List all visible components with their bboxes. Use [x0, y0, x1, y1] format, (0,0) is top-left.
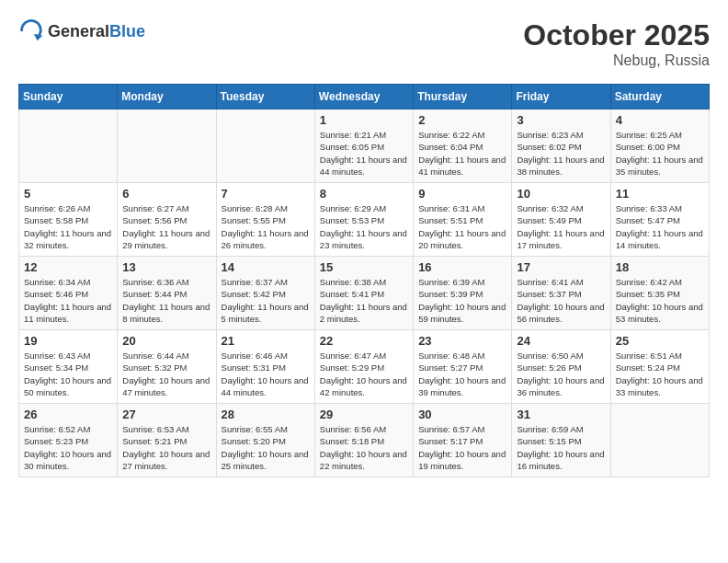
calendar-header: SundayMondayTuesdayWednesdayThursdayFrid…: [19, 85, 710, 109]
day-number: 19: [24, 334, 112, 348]
week-row-4: 19Sunrise: 6:43 AM Sunset: 5:34 PM Dayli…: [19, 330, 710, 404]
day-number: 4: [616, 113, 704, 127]
calendar-cell: 11Sunrise: 6:33 AM Sunset: 5:47 PM Dayli…: [610, 183, 709, 257]
svg-marker-0: [34, 34, 42, 40]
calendar-cell: 22Sunrise: 6:47 AM Sunset: 5:29 PM Dayli…: [314, 330, 413, 404]
calendar-cell: 9Sunrise: 6:31 AM Sunset: 5:51 PM Daylig…: [414, 183, 512, 257]
calendar-cell: 21Sunrise: 6:46 AM Sunset: 5:31 PM Dayli…: [216, 330, 314, 404]
cell-info: Sunrise: 6:39 AM Sunset: 5:39 PM Dayligh…: [418, 276, 506, 325]
logo: General Blue: [18, 18, 145, 44]
day-number: 8: [320, 187, 408, 201]
calendar-cell: 31Sunrise: 6:59 AM Sunset: 5:15 PM Dayli…: [512, 404, 610, 477]
header-tuesday: Tuesday: [216, 85, 314, 109]
cell-info: Sunrise: 6:31 AM Sunset: 5:51 PM Dayligh…: [418, 202, 506, 251]
logo-general-text: General: [48, 22, 109, 41]
page-header: General Blue October 2025 Nebug, Russia: [18, 18, 710, 69]
cell-info: Sunrise: 6:29 AM Sunset: 5:53 PM Dayligh…: [320, 202, 408, 251]
week-row-3: 12Sunrise: 6:34 AM Sunset: 5:46 PM Dayli…: [19, 257, 710, 330]
calendar-cell: 7Sunrise: 6:28 AM Sunset: 5:55 PM Daylig…: [216, 183, 314, 257]
day-number: 12: [24, 260, 112, 274]
day-number: 3: [517, 113, 605, 127]
week-row-2: 5Sunrise: 6:26 AM Sunset: 5:58 PM Daylig…: [19, 183, 710, 257]
calendar-cell: 24Sunrise: 6:50 AM Sunset: 5:26 PM Dayli…: [512, 330, 610, 404]
day-number: 20: [122, 334, 210, 348]
day-number: 27: [122, 408, 210, 421]
header-thursday: Thursday: [414, 85, 512, 109]
cell-info: Sunrise: 6:36 AM Sunset: 5:44 PM Dayligh…: [122, 276, 210, 325]
calendar-cell: 8Sunrise: 6:29 AM Sunset: 5:53 PM Daylig…: [314, 183, 413, 257]
week-row-5: 26Sunrise: 6:52 AM Sunset: 5:23 PM Dayli…: [19, 404, 710, 477]
cell-info: Sunrise: 6:59 AM Sunset: 5:15 PM Dayligh…: [517, 423, 605, 472]
cell-info: Sunrise: 6:51 AM Sunset: 5:24 PM Dayligh…: [616, 350, 704, 398]
calendar-cell: 25Sunrise: 6:51 AM Sunset: 5:24 PM Dayli…: [610, 330, 709, 404]
calendar-cell: 26Sunrise: 6:52 AM Sunset: 5:23 PM Dayli…: [19, 404, 118, 477]
calendar-cell: 3Sunrise: 6:23 AM Sunset: 6:02 PM Daylig…: [512, 109, 610, 183]
logo-icon: [18, 18, 44, 44]
calendar-cell: 17Sunrise: 6:41 AM Sunset: 5:37 PM Dayli…: [512, 257, 610, 330]
logo-blue-text: Blue: [109, 22, 145, 41]
day-number: 24: [517, 334, 605, 348]
cell-info: Sunrise: 6:55 AM Sunset: 5:20 PM Dayligh…: [222, 423, 310, 472]
calendar-cell: 13Sunrise: 6:36 AM Sunset: 5:44 PM Dayli…: [118, 257, 216, 330]
calendar-cell: 19Sunrise: 6:43 AM Sunset: 5:34 PM Dayli…: [19, 330, 118, 404]
day-number: 7: [222, 187, 310, 201]
day-number: 25: [616, 334, 704, 348]
calendar-cell: 12Sunrise: 6:34 AM Sunset: 5:46 PM Dayli…: [19, 257, 118, 330]
calendar-cell: 4Sunrise: 6:25 AM Sunset: 6:00 PM Daylig…: [610, 109, 709, 183]
day-number: 13: [122, 260, 210, 274]
cell-info: Sunrise: 6:56 AM Sunset: 5:18 PM Dayligh…: [320, 423, 408, 472]
day-number: 15: [320, 260, 408, 274]
calendar-cell: 2Sunrise: 6:22 AM Sunset: 6:04 PM Daylig…: [414, 109, 512, 183]
calendar-cell: [118, 109, 216, 183]
calendar-cell: 5Sunrise: 6:26 AM Sunset: 5:58 PM Daylig…: [19, 183, 118, 257]
cell-info: Sunrise: 6:32 AM Sunset: 5:49 PM Dayligh…: [517, 202, 605, 251]
day-number: 9: [418, 187, 506, 201]
cell-info: Sunrise: 6:41 AM Sunset: 5:37 PM Dayligh…: [517, 276, 605, 325]
day-number: 28: [222, 408, 310, 421]
day-number: 21: [222, 334, 310, 348]
cell-info: Sunrise: 6:57 AM Sunset: 5:17 PM Dayligh…: [418, 423, 506, 472]
calendar-cell: 14Sunrise: 6:37 AM Sunset: 5:42 PM Dayli…: [216, 257, 314, 330]
calendar-cell: 23Sunrise: 6:48 AM Sunset: 5:27 PM Dayli…: [414, 330, 512, 404]
header-saturday: Saturday: [610, 85, 709, 109]
day-number: 26: [24, 408, 112, 421]
day-number: 17: [517, 260, 605, 274]
calendar-cell: [610, 404, 709, 477]
cell-info: Sunrise: 6:38 AM Sunset: 5:41 PM Dayligh…: [320, 276, 408, 325]
cell-info: Sunrise: 6:26 AM Sunset: 5:58 PM Dayligh…: [24, 202, 112, 251]
calendar-cell: 20Sunrise: 6:44 AM Sunset: 5:32 PM Dayli…: [118, 330, 216, 404]
day-number: 11: [616, 187, 704, 201]
cell-info: Sunrise: 6:48 AM Sunset: 5:27 PM Dayligh…: [418, 350, 506, 398]
cell-info: Sunrise: 6:42 AM Sunset: 5:35 PM Dayligh…: [616, 276, 704, 325]
cell-info: Sunrise: 6:37 AM Sunset: 5:42 PM Dayligh…: [222, 276, 310, 325]
day-number: 30: [418, 408, 506, 421]
cell-info: Sunrise: 6:46 AM Sunset: 5:31 PM Dayligh…: [222, 350, 310, 398]
day-number: 1: [320, 113, 408, 127]
cell-info: Sunrise: 6:33 AM Sunset: 5:47 PM Dayligh…: [616, 202, 704, 251]
calendar-cell: 10Sunrise: 6:32 AM Sunset: 5:49 PM Dayli…: [512, 183, 610, 257]
cell-info: Sunrise: 6:34 AM Sunset: 5:46 PM Dayligh…: [24, 276, 112, 325]
cell-info: Sunrise: 6:28 AM Sunset: 5:55 PM Dayligh…: [222, 202, 310, 251]
header-wednesday: Wednesday: [314, 85, 413, 109]
day-number: 23: [418, 334, 506, 348]
day-number: 18: [616, 260, 704, 274]
month-year-title: October 2025: [523, 18, 710, 52]
day-number: 10: [517, 187, 605, 201]
cell-info: Sunrise: 6:27 AM Sunset: 5:56 PM Dayligh…: [122, 202, 210, 251]
calendar-cell: [19, 109, 118, 183]
day-number: 6: [122, 187, 210, 201]
calendar-cell: 28Sunrise: 6:55 AM Sunset: 5:20 PM Dayli…: [216, 404, 314, 477]
calendar-table: SundayMondayTuesdayWednesdayThursdayFrid…: [18, 84, 710, 477]
calendar-cell: 18Sunrise: 6:42 AM Sunset: 5:35 PM Dayli…: [610, 257, 709, 330]
calendar-cell: 30Sunrise: 6:57 AM Sunset: 5:17 PM Dayli…: [414, 404, 512, 477]
cell-info: Sunrise: 6:25 AM Sunset: 6:00 PM Dayligh…: [616, 129, 704, 178]
cell-info: Sunrise: 6:47 AM Sunset: 5:29 PM Dayligh…: [320, 350, 408, 398]
calendar-cell: 15Sunrise: 6:38 AM Sunset: 5:41 PM Dayli…: [314, 257, 413, 330]
cell-info: Sunrise: 6:44 AM Sunset: 5:32 PM Dayligh…: [122, 350, 210, 398]
header-monday: Monday: [118, 85, 216, 109]
day-number: 16: [418, 260, 506, 274]
calendar-cell: 1Sunrise: 6:21 AM Sunset: 6:05 PM Daylig…: [314, 109, 413, 183]
calendar-cell: 6Sunrise: 6:27 AM Sunset: 5:56 PM Daylig…: [118, 183, 216, 257]
day-number: 5: [24, 187, 112, 201]
header-sunday: Sunday: [19, 85, 118, 109]
